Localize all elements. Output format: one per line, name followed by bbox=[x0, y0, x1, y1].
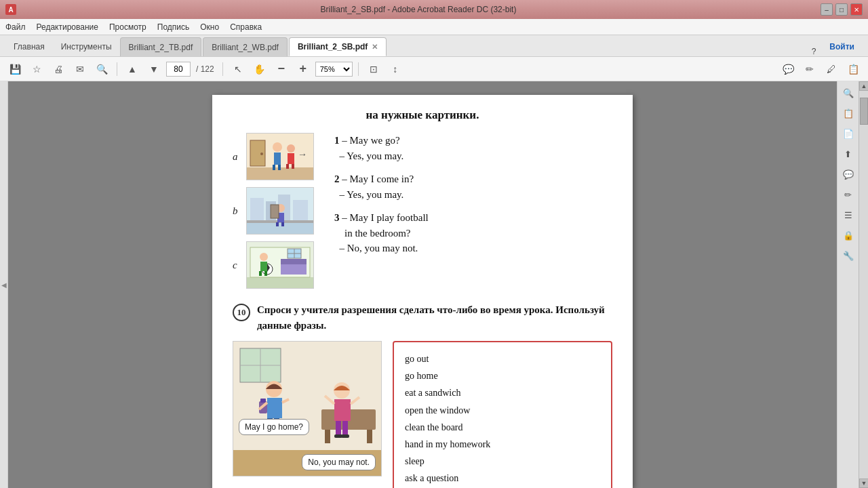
svg-rect-24 bbox=[271, 205, 279, 218]
dial-num-2: 2 bbox=[334, 174, 340, 184]
search-button[interactable]: 🔍 bbox=[92, 60, 111, 78]
page-container[interactable]: на нужные картинки. a bbox=[8, 81, 837, 488]
menu-sign[interactable]: Подпись bbox=[157, 22, 190, 32]
tab-home[interactable]: Главная bbox=[5, 37, 53, 56]
comment-sidebar-button[interactable]: 💬 bbox=[840, 165, 857, 183]
pencil-toolbar-button[interactable]: ✏ bbox=[800, 60, 819, 78]
scroll-up-button[interactable]: ▲ bbox=[859, 81, 868, 91]
scroll-thumb[interactable] bbox=[860, 98, 868, 125]
highlight-toolbar-button[interactable]: 🖊 bbox=[822, 60, 841, 78]
zoom-in-button[interactable]: + bbox=[294, 60, 313, 78]
close-button[interactable]: ✕ bbox=[850, 3, 863, 16]
svg-rect-10 bbox=[286, 164, 289, 169]
hand-mode-button[interactable]: ✋ bbox=[250, 60, 269, 78]
tab-close-icon[interactable]: ✕ bbox=[372, 43, 378, 52]
toolbar: 💾 ☆ 🖨 ✉ 🔍 ▲ ▼ / 122 ↖ ✋ − + 50% 75% 100%… bbox=[0, 57, 868, 81]
minimize-button[interactable]: – bbox=[821, 3, 833, 16]
svg-rect-11 bbox=[292, 164, 294, 169]
svg-rect-9 bbox=[288, 153, 294, 164]
menu-view[interactable]: Просмотр bbox=[109, 22, 146, 32]
image-a: → bbox=[246, 133, 314, 180]
prev-page-button[interactable]: ▲ bbox=[123, 60, 142, 78]
word-item-7: ask a question bbox=[405, 470, 600, 487]
svg-rect-46 bbox=[367, 430, 372, 443]
svg-rect-26 bbox=[247, 277, 313, 288]
word-item-1: go home bbox=[405, 367, 600, 384]
pdf-area: на нужные картинки. a bbox=[8, 81, 868, 488]
bookmark-button[interactable]: ☆ bbox=[27, 60, 46, 78]
zoom-sidebar-button[interactable]: 🔍 bbox=[840, 84, 857, 102]
tab-bar: Главная Инструменты Brilliant_2_TB.pdf B… bbox=[0, 35, 868, 57]
export-sidebar-button[interactable]: ⬆ bbox=[840, 145, 857, 163]
menu-edit[interactable]: Редактирование bbox=[37, 22, 98, 32]
image-a-svg: → bbox=[247, 134, 313, 180]
exercise-10: 10 Спроси у учителя разрешения сделать ч… bbox=[233, 302, 612, 488]
scroll-track[interactable] bbox=[859, 91, 868, 479]
dial-3-line-3: – No, you may not. bbox=[334, 241, 612, 256]
dial-num-1: 1 bbox=[334, 135, 340, 146]
next-page-button[interactable]: ▼ bbox=[144, 60, 163, 78]
stamp-toolbar-button[interactable]: 📋 bbox=[844, 60, 863, 78]
edit-sidebar-button[interactable]: ✏ bbox=[840, 186, 857, 203]
right-sidebar: 🔍 📋 📄 ⬆ 💬 ✏ ☰ 🔒 🔧 bbox=[837, 81, 859, 488]
title-bar: A Brilliant_2_SB.pdf - Adobe Acrobat Rea… bbox=[0, 0, 868, 19]
tab-tb-pdf[interactable]: Brilliant_2_TB.pdf bbox=[120, 37, 202, 56]
exercise-10-header: 10 Спроси у учителя разрешения сделать ч… bbox=[233, 302, 612, 333]
svg-rect-22 bbox=[276, 222, 279, 226]
svg-text:→: → bbox=[298, 149, 307, 159]
left-panel[interactable]: ◀ bbox=[0, 81, 8, 488]
svg-rect-14 bbox=[247, 223, 313, 234]
dial-1-line-1: – May we go? bbox=[342, 135, 399, 146]
svg-rect-64 bbox=[341, 434, 349, 438]
top-instruction: на нужные картинки. bbox=[233, 108, 612, 122]
fit-page-button[interactable]: ⊡ bbox=[364, 60, 383, 78]
comment-toolbar-button[interactable]: 💬 bbox=[778, 60, 797, 78]
image-b-svg bbox=[247, 188, 313, 234]
page-number-input[interactable] bbox=[166, 62, 191, 77]
zoom-select[interactable]: 50% 75% 100% 125% 150% bbox=[315, 62, 353, 77]
word-item-6: sleep bbox=[405, 453, 600, 470]
menu-window[interactable]: Окно bbox=[200, 22, 219, 32]
svg-point-8 bbox=[287, 144, 295, 152]
pages-sidebar-button[interactable]: 📄 bbox=[840, 125, 857, 142]
scroll-down-button[interactable]: ▼ bbox=[859, 479, 868, 488]
word-item-0: go out bbox=[405, 350, 600, 367]
exercise-10-number: 10 bbox=[233, 304, 250, 321]
menu-file[interactable]: Файл bbox=[5, 22, 26, 32]
svg-rect-6 bbox=[273, 165, 275, 170]
toolbar-separator-3 bbox=[358, 62, 359, 76]
toolbar-separator-2 bbox=[222, 62, 223, 76]
images-column: a bbox=[233, 133, 321, 289]
cursor-mode-button[interactable]: ↖ bbox=[229, 60, 248, 78]
tab-sb-pdf[interactable]: Brilliant_2_SB.pdf ✕ bbox=[289, 37, 387, 56]
svg-rect-62 bbox=[342, 421, 348, 436]
app-icon: A bbox=[5, 4, 16, 15]
maximize-button[interactable]: □ bbox=[835, 3, 848, 16]
exercise-10-content: May I go home? No, you may not. go out g… bbox=[233, 341, 612, 488]
zoom-out-button[interactable]: − bbox=[272, 60, 291, 78]
tab-tools[interactable]: Инструменты bbox=[53, 37, 120, 56]
dial-2-line-1: – May I come in? bbox=[342, 174, 414, 184]
save-button[interactable]: 💾 bbox=[5, 60, 24, 78]
window-controls: – □ ✕ bbox=[821, 3, 863, 16]
fit-width-button[interactable]: ↕ bbox=[386, 60, 405, 78]
dial-3-line-1: – May I play football bbox=[342, 212, 428, 223]
menu-bar: Файл Редактирование Просмотр Подпись Окн… bbox=[0, 19, 868, 35]
menu-help[interactable]: Справка bbox=[230, 22, 262, 32]
scrollbar: ▲ ▼ bbox=[859, 81, 868, 488]
word-item-5: hand in my homework bbox=[405, 436, 600, 453]
fill-sidebar-button[interactable]: ☰ bbox=[840, 206, 857, 224]
tool8-sidebar-button[interactable]: 🔧 bbox=[840, 247, 857, 264]
svg-point-31 bbox=[260, 253, 268, 261]
clipboard-sidebar-button[interactable]: 📋 bbox=[840, 104, 857, 122]
image-item-a: a bbox=[233, 133, 321, 180]
print-button[interactable]: 🖨 bbox=[49, 60, 68, 78]
signin-button[interactable]: Войти bbox=[821, 37, 863, 56]
exercise-10-instruction: Спроси у учителя разрешения сделать что-… bbox=[257, 302, 612, 333]
panel-collapse-arrow[interactable]: ◀ bbox=[1, 281, 7, 289]
email-button[interactable]: ✉ bbox=[71, 60, 90, 78]
help-button[interactable]: ? bbox=[806, 47, 822, 56]
dial-num-3: 3 bbox=[334, 212, 340, 223]
tab-wb-pdf[interactable]: Brilliant_2_WB.pdf bbox=[203, 37, 288, 56]
protect-sidebar-button[interactable]: 🔒 bbox=[840, 226, 857, 244]
